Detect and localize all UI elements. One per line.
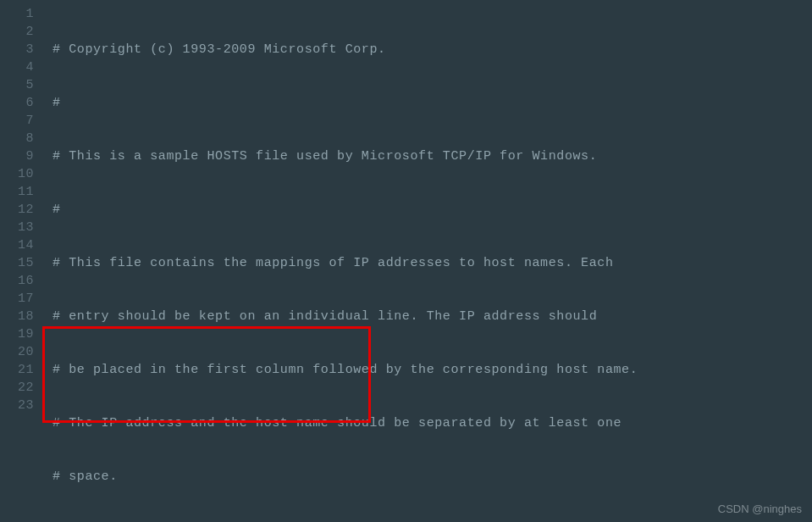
code-line[interactable]: # entry should be kept on an individual … [52,308,812,325]
line-number: 19 [0,325,34,343]
line-number: 3 [0,41,34,58]
line-number: 18 [0,308,34,325]
code-area[interactable]: # Copyright (c) 1993-2009 Microsoft Corp… [41,0,812,522]
line-number: 11 [0,183,34,201]
code-line[interactable]: # Copyright (c) 1993-2009 Microsoft Corp… [52,41,812,58]
line-number: 9 [0,147,34,165]
code-line[interactable]: # space. [52,468,812,486]
line-number: 14 [0,236,34,254]
line-number: 4 [0,58,34,76]
line-number: 5 [0,76,34,94]
code-editor[interactable]: 1 2 3 4 5 6 7 8 9 10 11 12 13 14 15 16 1… [0,0,812,522]
code-line[interactable]: # [52,94,812,112]
line-number: 17 [0,290,34,308]
line-number: 7 [0,112,34,130]
line-number: 16 [0,272,34,290]
code-line[interactable]: # be placed in the first column followed… [52,361,812,379]
line-number: 23 [0,397,34,414]
line-number: 13 [0,219,34,236]
line-number: 21 [0,361,34,379]
line-number: 15 [0,254,34,272]
code-line[interactable]: # This is a sample HOSTS file used by Mi… [52,147,812,165]
line-number: 2 [0,23,34,41]
line-number: 12 [0,201,34,219]
line-number: 8 [0,130,34,147]
line-number: 10 [0,165,34,183]
code-line[interactable]: # The IP address and the host name shoul… [52,414,812,432]
code-line[interactable]: # This file contains the mappings of IP … [52,254,812,272]
line-number: 6 [0,94,34,112]
line-number-gutter: 1 2 3 4 5 6 7 8 9 10 11 12 13 14 15 16 1… [0,0,41,522]
line-number: 1 [0,5,34,23]
line-number: 20 [0,343,34,361]
line-number: 22 [0,379,34,397]
code-line[interactable]: # [52,201,812,219]
